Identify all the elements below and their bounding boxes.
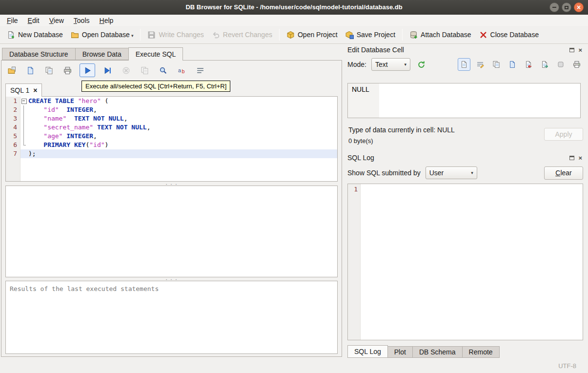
write-changes-button[interactable]: Write Changes <box>143 28 207 41</box>
sql-log-view[interactable]: 1 <box>347 184 583 340</box>
cell-edit-area[interactable] <box>379 83 580 118</box>
cell-editor[interactable]: NULL <box>347 83 581 118</box>
find-button[interactable] <box>157 64 169 77</box>
import-cell-data-button[interactable] <box>522 58 535 71</box>
sql-editor-tab[interactable]: SQL 1 × <box>5 83 42 97</box>
tab-database-structure[interactable]: Database Structure <box>2 48 75 60</box>
close-dock-icon[interactable]: × <box>578 155 582 161</box>
log-content <box>361 184 583 340</box>
dock-panel: Edit Database Cell × Mode: Text ▾ <box>345 44 585 358</box>
toolbar-separator <box>140 29 141 41</box>
apply-button[interactable]: Apply <box>544 128 583 141</box>
editor-line-5[interactable]: 5 "age" INTEGER, <box>6 132 337 141</box>
menu-view[interactable]: View <box>44 16 69 25</box>
revert-changes-button[interactable]: Revert Changes <box>208 28 276 41</box>
line-number: 4 <box>6 123 20 132</box>
menu-tools[interactable]: Tools <box>69 16 95 25</box>
maximize-button[interactable] <box>562 2 571 12</box>
attach-database-button[interactable]: Attach Database <box>406 28 475 41</box>
tab-plot[interactable]: Plot <box>388 346 413 358</box>
close-database-button[interactable]: Close Database <box>475 28 543 41</box>
chevron-down-icon: ▾ <box>404 62 406 67</box>
cell-value-area: NULL <box>348 83 379 118</box>
attach-database-label: Attach Database <box>421 31 471 39</box>
execute-current-line-button[interactable] <box>101 64 114 77</box>
submitted-by-select[interactable]: User ▾ <box>426 166 477 179</box>
editor-line-2[interactable]: 2 "id" INTEGER, <box>6 105 337 114</box>
float-dock-icon[interactable] <box>569 48 574 52</box>
editor-line-4[interactable]: 4 "secret_name" TEXT NOT NULL, <box>6 123 337 132</box>
edit-text-button[interactable] <box>474 58 487 71</box>
tab-sql-log[interactable]: SQL Log <box>347 345 388 358</box>
menu-edit[interactable]: Edit <box>23 16 44 25</box>
close-icon: × <box>577 4 581 11</box>
document-icon <box>508 61 516 68</box>
sql-tab-label: SQL 1 <box>10 86 29 94</box>
set-null-button[interactable] <box>554 58 567 71</box>
editor-line-1[interactable]: 1CREATE TABLE "hero" ( <box>6 97 337 105</box>
document-icon <box>460 61 468 68</box>
open-sql-file-button[interactable] <box>5 64 18 77</box>
float-dock-icon[interactable] <box>569 156 574 160</box>
printer-icon <box>573 61 581 68</box>
tab-db-schema[interactable]: DB Schema <box>413 346 463 358</box>
mode-select[interactable]: Text ▾ <box>371 58 410 71</box>
minimize-button[interactable] <box>549 2 559 12</box>
refresh-cell-button[interactable] <box>415 58 428 71</box>
write-changes-label: Write Changes <box>159 31 203 39</box>
print-cell-button[interactable] <box>570 58 583 71</box>
sql-editor[interactable]: 1CREATE TABLE "hero" (2 "id" INTEGER,3 "… <box>5 96 338 182</box>
save-project-label: Save Project <box>357 31 395 39</box>
editor-line-6[interactable]: 6 PRIMARY KEY("id") <box>6 141 337 149</box>
menu-help[interactable]: Help <box>95 16 119 25</box>
execute-all-button[interactable] <box>80 63 95 77</box>
app-window: DB Browser for SQLite - /home/user/code/… <box>0 0 588 373</box>
fold-marker-icon[interactable] <box>20 97 27 105</box>
results-grid[interactable] <box>5 186 338 277</box>
export-cell-data-button[interactable] <box>538 58 551 71</box>
filter-value: User <box>429 169 444 177</box>
text-mode-button[interactable] <box>458 58 470 71</box>
revert-changes-icon <box>212 31 220 39</box>
mode-label: Mode: <box>347 61 366 68</box>
chevron-down-icon[interactable]: ▾ <box>131 33 134 39</box>
clear-log-button[interactable]: Clear <box>544 166 583 180</box>
open-database-button[interactable]: Open Database ▾ <box>67 28 138 41</box>
open-in-editor-button[interactable] <box>506 58 519 71</box>
sql-toolbar <box>5 62 206 78</box>
stop-icon <box>122 66 130 75</box>
fold-column <box>20 114 27 123</box>
status-bar: UTF-8 <box>0 358 588 373</box>
code-text: CREATE TABLE "hero" ( <box>27 97 337 105</box>
menu-file[interactable]: File <box>2 16 23 25</box>
code-text: PRIMARY KEY("id") <box>27 141 337 149</box>
print-sql-button[interactable] <box>61 64 74 77</box>
stop-execution-button[interactable] <box>120 64 132 77</box>
save-sql-as-button[interactable] <box>42 64 55 77</box>
tab-execute-sql[interactable]: Execute SQL <box>128 47 183 61</box>
replace-button[interactable] <box>175 64 188 77</box>
apply-label: Apply <box>555 130 572 138</box>
execution-log[interactable]: Results of the last executed statements <box>5 281 338 354</box>
save-results-button[interactable] <box>138 64 151 77</box>
tab-browse-data[interactable]: Browse Data <box>75 48 128 60</box>
open-project-button[interactable]: Open Project <box>283 28 342 41</box>
tab-remote[interactable]: Remote <box>463 346 500 358</box>
close-button[interactable]: × <box>574 2 584 12</box>
encoding-indicator[interactable]: UTF-8 <box>558 362 576 370</box>
close-dock-icon[interactable]: × <box>578 47 582 53</box>
new-database-button[interactable]: New Database <box>3 28 67 41</box>
copy-cell-button[interactable] <box>490 58 503 71</box>
editor-line-3[interactable]: 3 "name" TEXT NOT NULL, <box>6 114 337 123</box>
edit-cell-toolbar: Mode: Text ▾ <box>347 58 583 71</box>
sql-workspace-panel: Database Structure Browse Data Execute S… <box>0 44 343 358</box>
word-wrap-button[interactable] <box>194 64 206 77</box>
save-sql-file-button[interactable] <box>24 64 37 77</box>
save-project-button[interactable]: Save Project <box>342 28 399 41</box>
titlebar[interactable]: DB Browser for SQLite - /home/user/code/… <box>0 0 588 15</box>
splitter-handle[interactable]: · · · <box>5 277 338 281</box>
editor-line-7[interactable]: 7); <box>6 149 337 158</box>
splitter-handle[interactable]: · · · <box>5 182 338 186</box>
tab-label: Execute SQL <box>136 50 176 58</box>
close-tab-icon[interactable]: × <box>33 87 37 94</box>
